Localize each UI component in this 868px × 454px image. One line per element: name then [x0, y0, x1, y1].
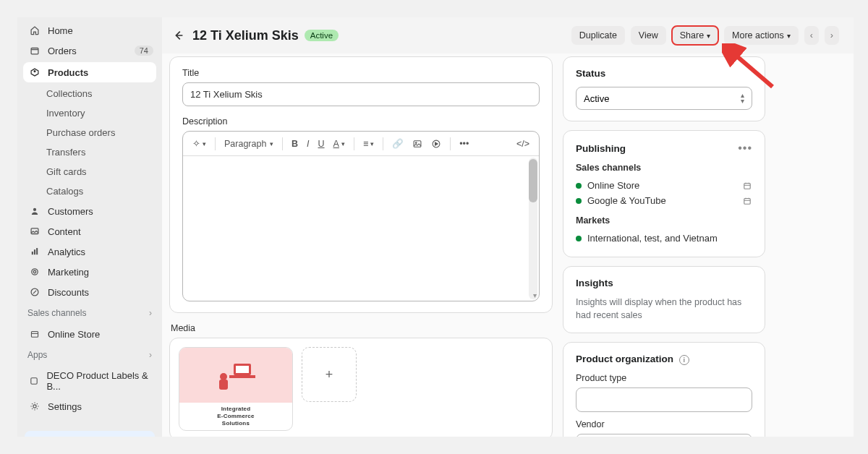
- svg-point-1: [34, 71, 35, 72]
- description-label: Description: [182, 116, 540, 127]
- sidebar-item-home[interactable]: Home: [17, 20, 162, 40]
- svg-rect-18: [236, 366, 249, 373]
- video-button[interactable]: [427, 136, 445, 152]
- next-button[interactable]: ›: [825, 26, 839, 45]
- svg-rect-19: [229, 375, 255, 378]
- channel-label: Online Store: [587, 180, 639, 191]
- product-type-input[interactable]: [576, 387, 752, 412]
- nav-label: Collections: [46, 88, 93, 99]
- nav-label: Online Store: [48, 329, 100, 340]
- view-button[interactable]: View: [631, 26, 666, 45]
- sidebar-item-deco-app[interactable]: DECO Product Labels & B...: [17, 366, 162, 396]
- sidebar-item-products[interactable]: Products: [23, 62, 156, 82]
- nav-label: Transfers: [46, 147, 85, 158]
- sidebar: Home Orders 74 Products Collections Inve…: [17, 17, 162, 437]
- share-button[interactable]: Share ▾: [672, 26, 718, 45]
- prev-button[interactable]: ‹: [804, 26, 819, 45]
- markets-label: Markets: [576, 215, 752, 226]
- info-icon[interactable]: i: [679, 355, 689, 365]
- nav-label: DECO Product Labels & B...: [46, 370, 153, 392]
- media-section: Media Integrated E-Commerce Solutions +: [169, 323, 553, 437]
- sales-channels-heading[interactable]: Sales channels ›: [17, 302, 162, 324]
- vendor-input[interactable]: [576, 434, 752, 437]
- nav-label: Purchase orders: [46, 127, 115, 138]
- markets-value: International, test, and Vietnam: [587, 233, 718, 244]
- sidebar-item-analytics[interactable]: Analytics: [17, 241, 162, 262]
- text-color-button[interactable]: A ▾: [330, 136, 349, 152]
- sales-channels-label: Sales channels: [576, 163, 752, 173]
- nav-label: Catalogs: [46, 186, 83, 197]
- insights-heading: Insights: [576, 278, 752, 288]
- channel-label: Google & YouTube: [587, 195, 666, 206]
- schedule-icon[interactable]: [742, 181, 752, 191]
- channel-google-youtube[interactable]: Google & YouTube: [576, 193, 752, 208]
- status-card: Status Active ▴▾: [563, 56, 765, 121]
- format-menu[interactable]: ✧ ▾: [189, 135, 210, 152]
- sidebar-item-settings[interactable]: Settings: [17, 396, 162, 416]
- bold-button[interactable]: B: [288, 136, 302, 152]
- scrollbar-thumb[interactable]: [529, 159, 537, 202]
- nav-label: Gift cards: [46, 166, 87, 177]
- status-pill: Active: [305, 30, 339, 41]
- schedule-icon[interactable]: [742, 196, 752, 206]
- sidebar-item-online-store[interactable]: Online Store: [17, 324, 162, 344]
- duplicate-button[interactable]: Duplicate: [571, 26, 625, 45]
- chevron-right-icon: ›: [149, 350, 152, 360]
- sidebar-item-content[interactable]: Content: [17, 221, 162, 241]
- svg-rect-13: [414, 140, 421, 146]
- nav-label: Marketing: [48, 267, 89, 278]
- publishing-card: Publishing ••• Sales channels Online Sto…: [563, 130, 765, 257]
- nav-label: Orders: [48, 46, 77, 56]
- svg-rect-0: [31, 48, 38, 54]
- back-button[interactable]: [171, 27, 187, 43]
- sidebar-item-catalogs[interactable]: Catalogs: [17, 181, 162, 201]
- svg-rect-10: [31, 332, 38, 338]
- svg-rect-23: [744, 198, 750, 204]
- page-header: 12 Ti Xelium Skis Active Duplicate View …: [162, 17, 854, 53]
- sidebar-item-purchase-orders[interactable]: Purchase orders: [17, 123, 162, 142]
- nav-label: Products: [48, 67, 88, 78]
- heading-label: Apps: [27, 350, 47, 360]
- product-org-card: Product organization i Product type Vend…: [563, 342, 765, 437]
- heading-label: Sales channels: [27, 308, 86, 318]
- sidebar-item-marketing[interactable]: Marketing: [17, 262, 162, 282]
- svg-point-14: [416, 142, 417, 143]
- sidebar-item-orders[interactable]: Orders 74: [17, 40, 162, 61]
- more-formatting-button[interactable]: •••: [456, 136, 472, 152]
- underline-button[interactable]: U: [315, 136, 328, 152]
- media-label: Media: [169, 323, 553, 333]
- channel-online-store[interactable]: Online Store: [576, 178, 752, 193]
- media-thumbnail[interactable]: Integrated E-Commerce Solutions: [179, 347, 293, 431]
- sidebar-item-inventory[interactable]: Inventory: [17, 103, 162, 123]
- sidebar-item-gift-cards[interactable]: Gift cards: [17, 162, 162, 181]
- align-button[interactable]: ≡ ▾: [359, 136, 378, 152]
- nav-label: Home: [48, 25, 73, 36]
- svg-point-20: [220, 373, 227, 380]
- nav-label: Inventory: [46, 108, 85, 119]
- org-heading: Product organization i: [576, 354, 752, 365]
- publishing-more-button[interactable]: •••: [738, 142, 752, 155]
- title-input[interactable]: [182, 82, 540, 106]
- vendor-label: Vendor: [576, 419, 752, 429]
- svg-rect-11: [31, 378, 37, 384]
- html-button[interactable]: </>: [513, 136, 533, 152]
- sidebar-item-discounts[interactable]: Discounts: [17, 282, 162, 302]
- link-button[interactable]: 🔗: [388, 135, 407, 152]
- preview-banner: ⓘ Non-transferable Unite 2019 preview: [25, 431, 155, 437]
- markets-row[interactable]: International, test, and Vietnam: [576, 231, 752, 246]
- more-actions-button[interactable]: More actions ▾: [724, 26, 799, 45]
- italic-button[interactable]: I: [303, 136, 312, 152]
- home-icon: [29, 25, 41, 36]
- apps-heading[interactable]: Apps ›: [17, 344, 162, 366]
- sidebar-item-customers[interactable]: Customers: [17, 201, 162, 221]
- svg-point-12: [33, 405, 36, 408]
- image-button[interactable]: [409, 136, 426, 152]
- paragraph-menu[interactable]: Paragraph ▾: [221, 136, 277, 152]
- status-select[interactable]: Active ▴▾: [576, 87, 752, 110]
- editor-body[interactable]: ▾: [183, 156, 539, 301]
- sidebar-item-transfers[interactable]: Transfers: [17, 142, 162, 162]
- scroll-down-icon[interactable]: ▾: [533, 291, 537, 299]
- sidebar-item-collections[interactable]: Collections: [17, 84, 162, 103]
- add-media-button[interactable]: +: [302, 347, 357, 402]
- analytics-icon: [29, 246, 41, 257]
